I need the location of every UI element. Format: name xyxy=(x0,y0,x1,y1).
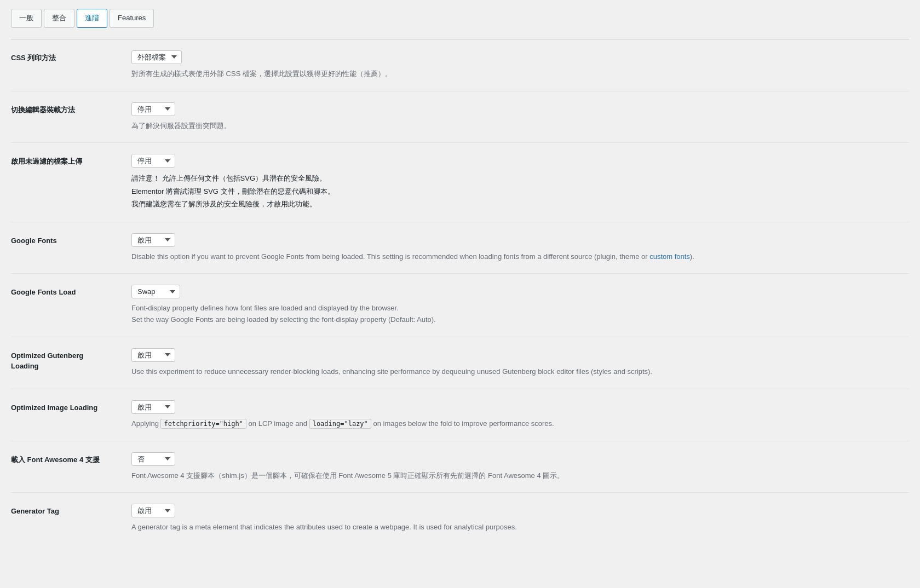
select-wrapper-gutenberg-loading: 啟用 停用 xyxy=(131,348,909,362)
select-image-loading[interactable]: 啟用 停用 xyxy=(131,400,175,414)
label-generator-tag: Generator Tag xyxy=(11,504,131,517)
select-wrapper-google-fonts-load: Auto Swap Block Fallback Optional xyxy=(131,285,909,298)
desc-line-2: Elementor 將嘗試清理 SVG 文件，刪除潛在的惡意代碼和腳本。 xyxy=(131,185,909,198)
select-wrapper-unfiltered-upload: 停用 啟用 xyxy=(131,154,909,168)
select-css-print[interactable]: 外部檔案 內部 xyxy=(131,50,182,64)
settings-row-css-print: CSS 列印方法 外部檔案 內部 對所有生成的樣式表使用外部 CSS 檔案，選擇… xyxy=(11,39,909,91)
code-loading-lazy: loading="lazy" xyxy=(309,419,371,429)
select-google-fonts-load[interactable]: Auto Swap Block Fallback Optional xyxy=(131,285,180,298)
tab-features[interactable]: Features xyxy=(110,9,154,28)
select-font-awesome[interactable]: 否 是 xyxy=(131,452,175,466)
page-container: 一般 整合 進階 Features CSS 列印方法 外部檔案 內部 對所有生成… xyxy=(0,0,920,588)
select-wrapper-editor-loader: 停用 啟用 xyxy=(131,102,909,116)
code-fetchpriority: fetchpriority="high" xyxy=(160,419,246,429)
control-editor-loader: 停用 啟用 為了解決伺服器設置衝突問題。 xyxy=(131,102,909,132)
tab-integration[interactable]: 整合 xyxy=(44,9,74,28)
label-css-print: CSS 列印方法 xyxy=(11,50,131,64)
select-google-fonts[interactable]: 啟用 停用 xyxy=(131,233,175,247)
label-google-fonts: Google Fonts xyxy=(11,233,131,246)
settings-row-gutenberg-loading: Optimized GutenbergLoading 啟用 停用 Use thi… xyxy=(11,337,909,389)
settings-row-editor-loader: 切換編輯器裝載方法 停用 啟用 為了解決伺服器設置衝突問題。 xyxy=(11,91,909,143)
control-css-print: 外部檔案 內部 對所有生成的樣式表使用外部 CSS 檔案，選擇此設置以獲得更好的… xyxy=(131,50,909,80)
label-google-fonts-load: Google Fonts Load xyxy=(11,285,131,298)
control-unfiltered-upload: 停用 啟用 請注意！ 允許上傳任何文件（包括SVG）具潛在的安全風險。 Elem… xyxy=(131,154,909,210)
desc-gfl-line2: Set the way Google Fonts are being loade… xyxy=(131,314,734,326)
label-unfiltered-upload: 啟用未過濾的檔案上傳 xyxy=(11,154,131,167)
select-wrapper-font-awesome: 否 是 xyxy=(131,452,909,466)
settings-row-generator-tag: Generator Tag 啟用 停用 A generator tag is a… xyxy=(11,493,909,544)
settings-row-image-loading: Optimized Image Loading 啟用 停用 Applying f… xyxy=(11,389,909,441)
select-wrapper-generator-tag: 啟用 停用 xyxy=(131,504,909,517)
settings-row-font-awesome: 載入 Font Awesome 4 支援 否 是 Font Awesome 4 … xyxy=(11,441,909,493)
desc-gfl-line1: Font-display property defines how font f… xyxy=(131,303,734,314)
desc-generator-tag: A generator tag is a meta element that i… xyxy=(131,522,734,533)
label-editor-loader: 切換編輯器裝載方法 xyxy=(11,102,131,116)
desc-image-loading: Applying fetchpriority="high" on LCP ima… xyxy=(131,418,734,430)
tab-general[interactable]: 一般 xyxy=(11,9,42,28)
control-google-fonts: 啟用 停用 Disable this option if you want to… xyxy=(131,233,909,263)
desc-css-print: 對所有生成的樣式表使用外部 CSS 檔案，選擇此設置以獲得更好的性能（推薦）。 xyxy=(131,68,734,80)
select-wrapper-image-loading: 啟用 停用 xyxy=(131,400,909,414)
label-font-awesome: 載入 Font Awesome 4 支援 xyxy=(11,452,131,465)
control-gutenberg-loading: 啟用 停用 Use this experiment to reduce unne… xyxy=(131,348,909,378)
select-generator-tag[interactable]: 啟用 停用 xyxy=(131,504,175,517)
desc-google-fonts-load: Font-display property defines how font f… xyxy=(131,303,734,326)
select-editor-loader[interactable]: 停用 啟用 xyxy=(131,102,175,116)
settings-row-google-fonts-load: Google Fonts Load Auto Swap Block Fallba… xyxy=(11,274,909,337)
desc-gutenberg-loading: Use this experiment to reduce unnecessar… xyxy=(131,366,734,378)
control-image-loading: 啟用 停用 Applying fetchpriority="high" on L… xyxy=(131,400,909,430)
label-gutenberg-loading: Optimized GutenbergLoading xyxy=(11,348,131,372)
settings-row-google-fonts: Google Fonts 啟用 停用 Disable this option i… xyxy=(11,222,909,274)
select-wrapper-css-print: 外部檔案 內部 xyxy=(131,50,909,64)
desc-unfiltered-upload: 請注意！ 允許上傳任何文件（包括SVG）具潛在的安全風險。 Elementor … xyxy=(131,172,909,210)
control-font-awesome: 否 是 Font Awesome 4 支援腳本（shim.js）是一個腳本，可確… xyxy=(131,452,909,482)
desc-font-awesome: Font Awesome 4 支援腳本（shim.js）是一個腳本，可確保在使用… xyxy=(131,470,734,482)
control-google-fonts-load: Auto Swap Block Fallback Optional Font-d… xyxy=(131,285,909,326)
settings-container: CSS 列印方法 外部檔案 內部 對所有生成的樣式表使用外部 CSS 檔案，選擇… xyxy=(11,39,909,544)
custom-fonts-link[interactable]: custom fonts xyxy=(649,252,690,261)
desc-google-fonts: Disable this option if you want to preve… xyxy=(131,251,734,263)
select-wrapper-google-fonts: 啟用 停用 xyxy=(131,233,909,247)
select-gutenberg-loading[interactable]: 啟用 停用 xyxy=(131,348,175,362)
tabs-bar: 一般 整合 進階 Features xyxy=(11,9,909,28)
control-generator-tag: 啟用 停用 A generator tag is a meta element … xyxy=(131,504,909,533)
label-image-loading: Optimized Image Loading xyxy=(11,400,131,413)
settings-row-unfiltered-upload: 啟用未過濾的檔案上傳 停用 啟用 請注意！ 允許上傳任何文件（包括SVG）具潛在… xyxy=(11,143,909,222)
desc-editor-loader: 為了解決伺服器設置衝突問題。 xyxy=(131,120,734,132)
desc-line-3: 我們建議您需在了解所涉及的安全風險後，才啟用此功能。 xyxy=(131,198,909,210)
tab-advanced[interactable]: 進階 xyxy=(77,9,107,28)
select-unfiltered-upload[interactable]: 停用 啟用 xyxy=(131,154,175,168)
desc-line-1: 請注意！ 允許上傳任何文件（包括SVG）具潛在的安全風險。 xyxy=(131,172,909,185)
